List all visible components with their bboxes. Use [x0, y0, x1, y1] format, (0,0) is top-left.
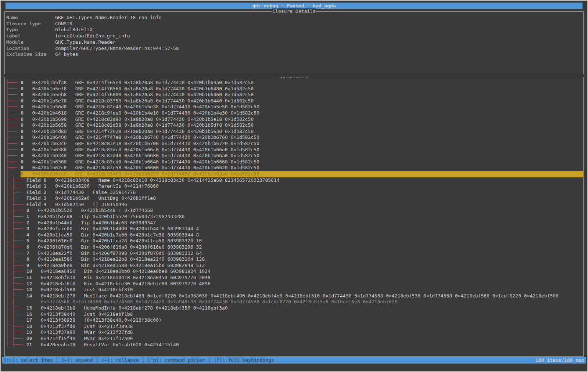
retainer-row[interactable]: ├──┄ 0 0×420b1b5698 GRE 0×4218c82d90 0×1… [6, 116, 583, 123]
row-description: 0×4213f38c40 Just 0×4218ebf1b8 [32, 311, 133, 317]
retainer-row[interactable]: │ ├──┄ 5 0×4206f616e0 Bin 0×420b1fca28 0… [6, 238, 583, 244]
tree-branch-icon: │ ├──┄ [6, 195, 26, 202]
row-description: 0×4218ebf1b8 HomeModInfo 0×4218ebf278 0×… [32, 305, 227, 311]
retainer-row[interactable]: │ ├──┄ 12 0×4218ebf8f0 Bin 0×4218ebfe30 … [6, 281, 583, 287]
closure-detail-label: Type [6, 27, 55, 33]
retainer-row[interactable]: ├──┄ 0 0×420b1b6400 GRE 0×4214f747a8 0×4… [6, 134, 583, 141]
retainer-row[interactable]: ├──┄ 0 0×420b1b63c0 GRE 0×4218c83e38 0×4… [6, 141, 583, 147]
retainer-row[interactable]: │ ├──┄ 17 0×4213f38938 (0×4213f38c40,0×4… [6, 317, 583, 324]
retainer-row[interactable]: │ ├──┄ 0 0×420b1b5520 0×420b1b5cc8 : 0×1… [6, 207, 583, 214]
tree-branch-icon: │ ├──┄ [6, 220, 26, 226]
retainer-row[interactable]: ├──┄ 0 0×420b1b5ef8 GRE 0×4214f76560 0×1… [6, 86, 583, 92]
retainer-row[interactable]: │ ├──┄ 19 0×4213f37a90 MVar 0×4213f37fd8 [6, 329, 583, 336]
row-text: 3 0×420b1c7e00 Bin 0×420b1b44d0 0×420b1b… [26, 226, 199, 232]
tree-branch-icon: ├──┄ [6, 153, 21, 159]
retainer-row[interactable]: │ ├──┄ 15 0×4218ebf1b8 HomeModInfo 0×421… [6, 305, 583, 311]
row-text: 0 0×420b1b4d80 GRE 0×4214f72028 0×1a8b20… [21, 129, 254, 135]
row-description: 0×420b1b63c0 GRE 0×4218c83e38 0×420b1b67… [24, 141, 259, 146]
row-text: 1 0×420b1b4c68 Tip 0×420b1b5520 75660473… [26, 214, 184, 220]
row-text: 18 0×4213f37fd8 Just 0×4213f38938 [26, 324, 133, 330]
row-description: 0×4218ebf588 Just 0×4218ebf8f0 [32, 287, 133, 292]
retainer-row[interactable]: │ ├──┄ Field 1 0×420b1b6280 ParentIs 0×4… [6, 183, 583, 189]
retainer-row[interactable]: ├──┄ 0 0×420b1b5f38 GRE 0×4214f765e0 0×1… [6, 80, 583, 86]
tree-branch-icon: ├──┄ [6, 86, 21, 92]
retainer-row[interactable]: ├──┄ 0 0×420b1b5eb8 GRE 0×4214f76000 0×1… [6, 92, 583, 98]
tree-branch-icon: ├──┄ [6, 171, 21, 177]
retainer-row[interactable]: │ ├──┄ 13 0×4218ebf588 Just 0×4218ebf8f0 [6, 287, 583, 293]
row-index: 13 [26, 287, 32, 292]
tree-branch-icon: │ ├──┄ [6, 189, 26, 196]
tree-branch-icon: │ │ [6, 299, 15, 305]
retainer-row[interactable]: │ ├──┄ 18 0×4213f37fd8 Just 0×4213f38938 [6, 324, 583, 330]
retainer-row[interactable]: │ ├──┄ 1 0×420b1b4c68 Tip 0×420b1b5520 7… [6, 214, 583, 220]
retainer-row[interactable]: ├──┄ 0 0×420b1b4618 GRE 0×4218c9fee0 0×4… [6, 110, 583, 116]
retainer-row[interactable]: │ ├──┄ 20 0×4214f15f40 MVar 0×4213f37a90 [6, 336, 583, 342]
row-text: 0 0×420b1b5ef8 GRE 0×4214f76560 0×1a8b20… [21, 86, 254, 92]
retainer-row[interactable]: │ ├──┄ 10 0×4218ea0450 Bin 0×4218ea0bb0 … [6, 268, 583, 275]
row-text: Field 2 0×1d774430 False 325914776 [26, 189, 136, 196]
retainer-row[interactable]: │ ├──┄ 2 0×420b1b44d0 Tip 0×420b1b4c68 6… [6, 220, 583, 226]
closure-detail-label: Label [6, 33, 55, 39]
row-description: 0×420b1fca50 Bin 0×420b1c7e00 0×420b1c7e… [29, 232, 199, 238]
closure-detail-label: Exclusive Size [6, 51, 55, 58]
tree-branch-icon: ├──┄ [6, 147, 21, 153]
row-text: 0 0×420b1b6300 GRE 0×4218c83cd0 0×420b1b… [21, 159, 259, 165]
row-description: 0×4218ea22f0 Bin 0×4206f87098 0×4206f870… [29, 250, 202, 256]
row-index: 0 [21, 92, 24, 97]
row-description: 0×4218ea1580 Bin 0×4218ea22b8 0×4218ea22… [29, 256, 205, 262]
retainer-row[interactable]: │ ├──┄ Field 4 0×1d582c50 () 318150496 [6, 202, 583, 208]
row-text: 0 0×420b1b6400 GRE 0×4214f747a8 0×420b1b… [21, 134, 259, 141]
row-text: 0 0×420b1b5eb8 GRE 0×4214f76000 0×1a8b20… [21, 92, 254, 98]
row-description: 0×420b1b5ef8 GRE 0×4214f76560 0×1a8b20a8… [24, 86, 254, 91]
retainer-row[interactable]: │ ├──┄ 9 0×4218ea0be8 Bin 0×4218ea1580 0… [6, 263, 583, 269]
row-text: 2 0×420b1b44d0 Tip 0×420b1b4c68 60398334… [26, 220, 156, 226]
retainer-row[interactable]: ├──┄ 0 0×420b1b5e78 GRE 0×4218c83750 0×1… [6, 98, 583, 104]
row-index: 3 [26, 226, 29, 231]
retainer-row[interactable]: │ ├──┄ 14 0×4218ebf278 ModIface 0×4218eb… [6, 293, 583, 299]
retainer-row[interactable]: │ ├──┄ 6 0×4206f870d0 Bin 0×4206f616a8 0… [6, 244, 583, 250]
row-index: 20 [26, 336, 32, 341]
row-description: 0×4218c83408 Name 0×4218c83c10 0×4218c83… [47, 177, 280, 183]
retainer-row[interactable]: ├──┄ 0 0×420b1b6340 GRE 0×4218c83d48 0×4… [6, 153, 583, 159]
row-text: 14 0×4218ebf278 ModIface 0×4218ebf468 0×… [26, 293, 559, 299]
row-description: 0×4214f15f40 MVar 0×4213f37a90 [32, 336, 133, 341]
retainers-tree[interactable]: ├──┄ 0 0×420b1b5f38 GRE 0×4214f765e0 0×1… [5, 77, 583, 348]
retainer-row-selected[interactable]: ├──┄ 0 0×420b1b5cc8 GRE 0×4218c83408 0×4… [6, 171, 583, 177]
row-text: 0 0×420b1b56d8 GRE 0×4218c82e48 0×420b1b… [21, 104, 259, 110]
row-description: 0×420b1b62a0 UnitBag 0×420b1ff1e8 [47, 195, 156, 201]
retainer-row[interactable]: │ ├──┄ 3 0×420b1c7e00 Bin 0×420b1b44d0 0… [6, 226, 583, 232]
closure-detail-value: GRE_GHC.Types.Name.Reader_18_con_info [55, 15, 162, 20]
row-description: 0×4218ebf278 ModIface 0×4218ebf468 0×1cd… [32, 293, 558, 299]
retainer-row[interactable]: │ ├──┄ 16 0×4213f38c40 Just 0×4218ebf1b8 [6, 311, 583, 318]
retainer-row-continuation[interactable]: │ │ 0×1d774568 0×1d774568 0×1d774568 0×1… [6, 299, 583, 305]
tree-branch-icon: ├──┄ [6, 165, 21, 171]
tree-branch-icon: │ ├──┄ [6, 226, 26, 232]
row-index: 0 [21, 116, 24, 122]
retainer-row[interactable]: │ ├──┄ 4 0×420b1fca50 Bin 0×420b1c7e00 0… [6, 232, 583, 238]
retainer-row[interactable]: │ ├──┄ 7 0×4218ea22f0 Bin 0×4206f87098 0… [6, 250, 583, 257]
retainer-row[interactable]: ├──┄ 0 0×420b1b6380 GRE 0×4218c83dc0 0×4… [6, 147, 583, 153]
tree-branch-icon: │ ├──┄ [6, 275, 26, 281]
retainer-row[interactable]: │ ├──┄ Field 2 0×1d774430 False 32591477… [6, 189, 583, 196]
row-text: 0 0×420b1b6340 GRE 0×4218c83d48 0×420b1b… [21, 153, 259, 159]
retainer-row[interactable]: │ ├──┄ 8 0×4218ea1580 Bin 0×4218ea22b8 0… [6, 256, 583, 263]
retainer-row[interactable]: ├──┄ 0 0×420b1b62c0 GRE 0×4218c83c58 0×4… [6, 165, 583, 171]
row-index: 0 [21, 86, 24, 91]
retainer-row[interactable]: ├──┄ 0 0×420b1b4d80 GRE 0×4214f72028 0×1… [6, 129, 583, 135]
retainer-row[interactable]: │ ├──┄ 11 0×4218ebfe30 Bin 0×4218ea0418 … [6, 275, 583, 281]
row-index: 8 [26, 256, 29, 262]
row-text: 0 0×420b1b6380 GRE 0×4218c83dc0 0×420b1b… [21, 147, 259, 153]
retainer-row[interactable]: ├──┄ 0 0×420b1b56d8 GRE 0×4218c82e48 0×4… [6, 104, 583, 110]
retainer-row[interactable]: ├──┄ 0 0×420b1b5658 GRE 0×4218c82d38 0×1… [6, 122, 583, 129]
tree-branch-icon: │ ├──┄ [6, 207, 26, 214]
row-description: 0×4206f870d0 Bin 0×4206f616a8 0×4206f616… [29, 244, 202, 250]
row-text: 0 0×420b1b5658 GRE 0×4218c82d38 0×1a8b20… [21, 122, 254, 129]
retainer-row[interactable]: │ ├──┄ Field 3 0×420b1b62a0 UnitBag 0×42… [6, 195, 583, 202]
row-index: 15 [26, 305, 32, 311]
tree-branch-icon: │ ├──┄ [6, 336, 26, 342]
row-index: 7 [26, 250, 29, 256]
row-text: 19 0×4213f37a90 MVar 0×4213f37fd8 [26, 329, 133, 336]
retainer-row[interactable]: │ ├──┄ Field 0 0×4218c83408 Name 0×4218c… [6, 177, 583, 184]
retainer-row[interactable]: │ ├──┄ 21 0×420eeaba18 ResultVar 0×1cab1… [6, 342, 583, 348]
retainer-row[interactable]: ├──┄ 0 0×420b1b6300 GRE 0×4218c83cd0 0×4… [6, 159, 583, 165]
